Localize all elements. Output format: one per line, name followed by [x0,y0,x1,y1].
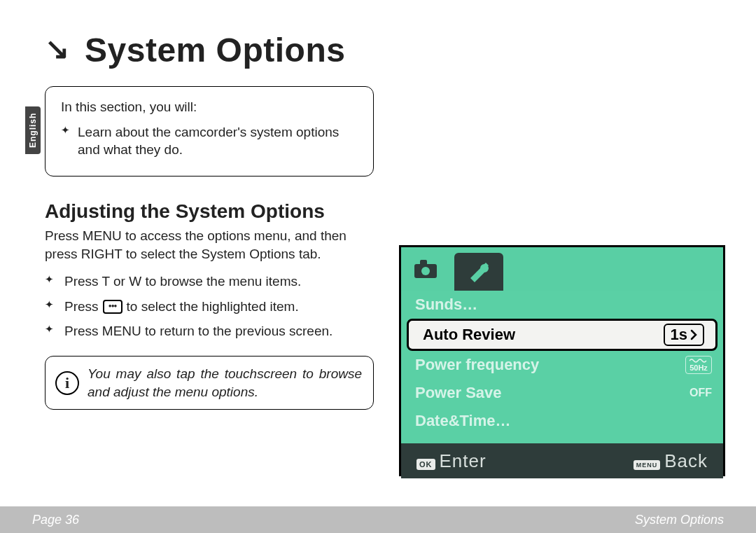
manual-page: English ↘ System Options In this section… [0,0,756,533]
menu-item-power-frequency[interactable]: Power frequency 50Hz [401,351,723,379]
intro-paragraph: Press MENU to access the options menu, a… [45,227,374,263]
footer-page-number: Page 36 [32,513,79,527]
footer-back: MENUBack [634,450,708,472]
menu-label: Date&Time… [415,412,511,430]
device-menu: Sunds… Auto Review 1s Power frequency 50… [401,291,723,443]
section-overview-box: In this section, you will: Learn about t… [45,86,374,176]
step-item: Press MENU to return to the previous scr… [45,322,374,340]
menu-item-sounds[interactable]: Sunds… [401,291,723,319]
menu-label: Power Save [415,384,502,402]
device-tab-bar [401,247,723,291]
ok-key-icon: OK [416,459,435,470]
menu-value: 1s [671,326,687,344]
menu-item-power-save[interactable]: Power Save OFF [401,379,723,407]
title-row: ↘ System Options [45,31,728,69]
svg-point-2 [421,267,430,275]
menu-value: OFF [690,387,712,399]
language-tab: English [25,106,41,154]
menu-label: Sunds… [415,296,477,314]
info-icon: i [55,371,79,395]
menu-key-icon: MENU [634,460,661,470]
arrow-down-right-icon: ↘ [45,32,69,66]
footer-enter: OKEnter [416,450,486,472]
step-text-b: to select the highlighted item. [127,298,299,316]
page-footer: Page 36 System Options [0,506,756,533]
section-bullet: Learn about the camcorder's system optio… [78,123,358,159]
step-item: Press T or W to browse the menu items. [45,272,374,291]
menu-label: Power frequency [415,356,539,374]
step-text-a: Press [64,298,99,316]
section-lead: In this section, you will: [61,98,358,116]
menu-value-badge: 1s [664,324,704,346]
page-title: System Options [85,31,345,69]
tab-camera[interactable] [401,247,450,291]
tip-text: You may also tap the touchscreen to brow… [88,366,362,399]
wave-icon [689,358,708,364]
menu-label: Auto Review [423,326,515,344]
menu-value: 50Hz [685,356,712,374]
subheading: Adjusting the System Options [45,200,728,223]
device-screenshot: Sunds… Auto Review 1s Power frequency 50… [399,245,725,476]
svg-rect-1 [420,260,427,265]
device-footer: OKEnter MENUBack [401,443,723,478]
menu-item-auto-review[interactable]: Auto Review 1s [407,319,718,351]
menu-item-date-time[interactable]: Date&Time… [401,407,723,435]
steps-list: Press T or W to browse the menu items. P… [45,272,374,340]
tip-box: i You may also tap the touchscreen to br… [45,356,374,410]
wrench-icon [465,260,493,284]
chevron-right-icon [690,329,697,340]
footer-section-name: System Options [635,513,724,527]
record-button-icon [103,300,122,314]
camera-icon [413,258,438,279]
tab-settings[interactable] [454,253,503,291]
section-bullets: Learn about the camcorder's system optio… [61,123,358,159]
step-item: Press to select the highlighted item. [45,298,374,316]
